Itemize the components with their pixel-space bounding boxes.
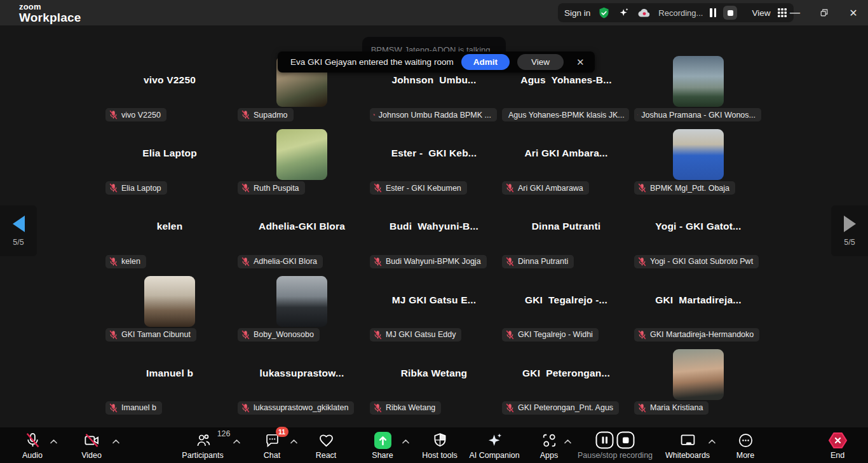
host-tools-label: Host tools: [422, 451, 458, 460]
participant-photo: [276, 129, 327, 180]
participant-name-pill: Ruth Puspita: [238, 181, 305, 195]
participant-tile[interactable]: Ruth Puspita: [236, 127, 368, 200]
participant-name-pill: Ribka Wetang: [370, 401, 441, 415]
participant-tile[interactable]: Imanuel b Imanuel b: [104, 347, 236, 420]
pause-recording-icon[interactable]: [710, 8, 716, 18]
restore-button[interactable]: [810, 0, 839, 25]
video-label: Video: [81, 451, 102, 460]
participant-name-pill: MJ GKI Gatsu Eddy: [370, 328, 461, 342]
participant-name-label: Johnson Umbu Radda BPMK ...: [379, 111, 491, 120]
muted-mic-icon: [373, 257, 383, 266]
participant-name-label: Agus Yohanes-BPMK klasis JK...: [508, 111, 625, 120]
participant-name-label: Ester - GKI Kebumen: [386, 184, 461, 193]
recording-status-label: Recording...: [658, 8, 703, 18]
participant-name-label: Imanuel b: [121, 403, 156, 412]
participant-tile[interactable]: Yogi - GKI Gatot... Yogi - GKI Gatot Sub…: [632, 200, 764, 273]
participant-name-pill: GKI Tegalrejo - Widhi: [502, 328, 599, 342]
dismiss-banner-icon[interactable]: ✕: [574, 57, 587, 68]
participant-name-label: Yogi - GKI Gatot Subroto Pwt: [650, 257, 753, 266]
video-options-chevron-icon[interactable]: [112, 436, 120, 447]
waiting-room-message: Eva GKI Gejayan entered the waiting room: [290, 57, 454, 67]
participant-tile[interactable]: Joshua Pramana - GKI Wonos...: [632, 54, 764, 127]
participant-photo: [144, 276, 195, 327]
participant-name-label: GKI Peterongan_Pnt. Agus: [518, 403, 613, 412]
participant-tile[interactable]: lukassuprastow... lukassuprastowo_gkikla…: [236, 347, 368, 420]
whiteboards-options-chevron-icon[interactable]: [708, 436, 716, 447]
participant-tile[interactable]: Ribka Wetang Ribka Wetang: [368, 347, 500, 420]
record-label: Pause/stop recording: [578, 451, 653, 460]
zoom-workplace-window: zoom Workplace Sign in Recording... View…: [0, 0, 868, 463]
window-controls: — ✕: [780, 0, 868, 25]
participant-tile[interactable]: GKI Taman Cibunut: [104, 274, 236, 347]
muted-mic-icon: [637, 183, 647, 193]
participant-tile[interactable]: Adhelia-GKI Blora Adhelia-GKI Blora: [236, 200, 368, 273]
participant-display-name: Elia Laptop: [104, 148, 236, 159]
logo-zoom-text: zoom: [19, 3, 81, 11]
next-page-arrow-icon: [844, 216, 856, 232]
participant-tile[interactable]: Elia Laptop Elia Laptop: [104, 127, 236, 200]
more-button[interactable]: More: [704, 431, 787, 460]
admit-button[interactable]: Admit: [461, 54, 510, 70]
share-options-chevron-icon[interactable]: [402, 436, 410, 447]
participant-name-pill: GKI Peterongan_Pnt. Agus: [502, 401, 619, 415]
participant-name-pill: GKI Martadireja-Hermandoko: [634, 328, 759, 342]
page-indicator: 5/5: [844, 238, 855, 247]
participant-display-name: Imanuel b: [104, 368, 236, 379]
participant-name-label: Joshua Pramana - GKI Wonos...: [641, 111, 756, 120]
record-button[interactable]: Pause/stop recording: [574, 431, 656, 460]
participant-name-pill: Elia Laptop: [105, 181, 167, 195]
participant-tile[interactable]: Boby_Wonosobo: [236, 274, 368, 347]
apps-icon: [541, 431, 558, 450]
ai-companion-sparkle-icon[interactable]: [618, 6, 630, 19]
participant-tile[interactable]: GKI Peterongan... GKI Peterongan_Pnt. Ag…: [500, 347, 632, 420]
participant-tile[interactable]: Ari GKI Ambara... Ari GKI Ambarawa: [500, 127, 632, 200]
view-button[interactable]: View: [752, 8, 770, 18]
muted-mic-icon: [109, 403, 118, 413]
participant-name-label: Ruth Puspita: [254, 184, 299, 193]
participant-name-label: GKI Taman Cibunut: [121, 330, 191, 339]
muted-mic-icon: [241, 403, 250, 413]
participant-tile[interactable]: Budi Wahyuni-B... Budi Wahyuni-BPMK Jogj…: [368, 200, 500, 273]
participant-tile[interactable]: BPMK Mgl_Pdt. Obaja: [632, 127, 764, 200]
host-tools-shield-icon: [431, 431, 449, 450]
participant-display-name: Dinna Putranti: [500, 221, 632, 232]
participant-name-pill: Boby_Wonosobo: [238, 328, 320, 342]
view-waiting-room-button[interactable]: View: [517, 54, 564, 70]
participant-name-label: Elia Laptop: [121, 184, 161, 193]
participant-tile[interactable]: MJ GKI Gatsu E... MJ GKI Gatsu Eddy: [368, 274, 500, 347]
apps-options-chevron-icon[interactable]: [564, 436, 572, 447]
sign-in-button[interactable]: Sign in: [564, 8, 590, 18]
muted-mic-icon: [109, 110, 118, 120]
chat-options-chevron-icon[interactable]: [290, 436, 298, 447]
participant-tile[interactable]: GKI Martadireja... GKI Martadireja-Herma…: [632, 274, 764, 347]
react-label: React: [316, 451, 337, 460]
participant-name-label: BPMK Mgl_Pdt. Obaja: [650, 184, 729, 193]
meeting-toolbar: AudioVideo126Participants11ChatReactShar…: [0, 427, 868, 463]
muted-mic-icon: [505, 330, 515, 340]
participant-display-name: Adhelia-GKI Blora: [236, 221, 368, 232]
end-button[interactable]: End: [796, 431, 868, 460]
participant-tile[interactable]: vivo V2250 vivo V2250: [104, 54, 236, 127]
participant-tile[interactable]: Maria Kristiana: [632, 347, 764, 420]
muted-mic-icon: [373, 110, 376, 120]
participant-tile[interactable]: Dinna Putranti Dinna Putranti: [500, 200, 632, 273]
more-label: More: [736, 451, 754, 460]
video-button[interactable]: Video: [50, 431, 133, 460]
participant-display-name: Budi Wahyuni-B...: [368, 221, 500, 232]
participant-tile[interactable]: GKI Tegalrejo -... GKI Tegalrejo - Widhi: [500, 274, 632, 347]
participant-tile[interactable]: kelen kelen: [104, 200, 236, 273]
previous-page-button[interactable]: 5/5: [0, 205, 37, 256]
participant-name-pill: kelen: [105, 255, 146, 268]
close-window-button[interactable]: ✕: [839, 0, 868, 25]
participant-name-label: MJ GKI Gatsu Eddy: [386, 330, 456, 339]
stop-recording-icon[interactable]: [723, 6, 737, 20]
minimize-button[interactable]: —: [780, 0, 810, 25]
share-icon: [374, 431, 392, 450]
participants-options-chevron-icon[interactable]: [233, 436, 241, 447]
audio-options-chevron-icon[interactable]: [50, 436, 58, 447]
participant-name-label: Adhelia-GKI Blora: [254, 257, 317, 266]
muted-mic-icon: [373, 183, 383, 193]
participant-display-name: kelen: [104, 221, 236, 232]
next-page-button[interactable]: 5/5: [831, 205, 868, 256]
participant-tile[interactable]: Ester - GKI Keb... Ester - GKI Kebumen: [368, 127, 500, 200]
